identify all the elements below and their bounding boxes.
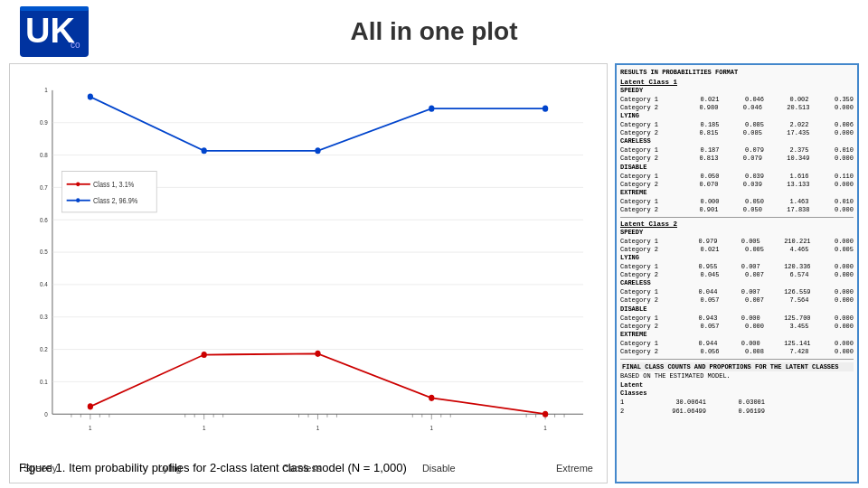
svg-point-41 — [88, 93, 93, 99]
svg-text:0.1: 0.1 — [40, 378, 48, 384]
label-disable: Disable — [422, 463, 456, 474]
stats-final-subtitle: BASED ON THE ESTIMATED MODEL. — [620, 372, 854, 380]
svg-text:Class 1, 3.1%: Class 1, 3.1% — [93, 181, 134, 190]
stats-lying-label: LYING — [620, 112, 854, 119]
svg-text:0: 0 — [44, 410, 48, 417]
svg-text:Class 2, 96.9%: Class 2, 96.9% — [93, 197, 137, 206]
svg-text:0.6: 0.6 — [40, 216, 48, 222]
svg-point-39 — [429, 395, 434, 401]
stats-c2-careless-label: CARELESS — [620, 279, 854, 286]
latent-class-2-title: Latent Class 2 — [620, 221, 854, 228]
svg-text:UK: UK — [25, 12, 75, 50]
svg-text:0.4: 0.4 — [40, 281, 48, 287]
page-header: UK co All in one plot — [0, 0, 868, 63]
stats-speedy-cat1: Category 1 0.0210.0460.0020.359 — [620, 96, 854, 104]
svg-point-51 — [76, 198, 80, 202]
stats-c2-extreme-label: EXTREME — [620, 331, 854, 338]
stats-c2-speedy-label: SPEEDY — [620, 229, 854, 236]
stats-c2-disable-cat1: Category 1 0.9430.000125.7000.000 — [620, 314, 854, 323]
stats-careless-cat2: Category 2 0.8130.07910.3490.000 — [620, 155, 854, 163]
svg-text:co: co — [71, 40, 80, 50]
label-careless: Careless — [282, 463, 321, 474]
svg-point-45 — [542, 106, 548, 112]
svg-text:1: 1 — [89, 425, 92, 431]
stats-lying-cat2: Category 2 0.8150.08517.4350.000 — [620, 129, 854, 137]
stats-panel: RESULTS IN PROBABILITIES FORMAT Latent C… — [615, 63, 859, 483]
chart-container: 0 0.1 0.2 0.3 0.4 0.5 0.6 0.7 0.8 0.9 1 … — [14, 69, 602, 457]
label-extreme: Extreme — [556, 463, 593, 474]
chart-x-labels: Speedy Lying Careless Disable Extreme — [14, 461, 602, 475]
university-logo: UK co — [18, 5, 99, 63]
stats-extreme-label: EXTREME — [620, 189, 854, 196]
svg-text:1: 1 — [430, 425, 434, 431]
stats-final-title: FINAL CLASS COUNTS AND PROPORTIONS FOR T… — [620, 362, 854, 371]
svg-point-44 — [429, 106, 434, 112]
stats-c2-lying-cat1: Category 1 0.9550.007120.3360.000 — [620, 263, 854, 271]
svg-text:0.5: 0.5 — [40, 249, 48, 255]
stats-careless-label: CARELESS — [620, 137, 854, 145]
stats-c2-careless-cat2: Category 2 0.0570.0077.5640.000 — [620, 296, 854, 305]
svg-text:0.3: 0.3 — [40, 314, 48, 320]
svg-text:1: 1 — [543, 425, 547, 431]
stats-header-title: RESULTS IN PROBABILITIES FORMAT — [620, 69, 854, 76]
label-lying: Lying — [158, 463, 182, 474]
stats-c2-lying-label: LYING — [620, 254, 854, 261]
stats-final-header: Latent — [620, 381, 854, 389]
svg-point-43 — [315, 147, 320, 154]
stats-c2-speedy-cat1: Category 1 0.9790.005210.2210.000 — [620, 238, 854, 246]
stats-c2-lying-cat2: Category 2 0.0450.0076.5740.000 — [620, 271, 854, 279]
svg-text:0.8: 0.8 — [40, 152, 48, 158]
svg-point-40 — [542, 411, 548, 418]
svg-point-48 — [76, 182, 80, 186]
page-title: All in one plot — [350, 17, 517, 46]
stats-divider-1 — [620, 217, 854, 218]
svg-point-36 — [88, 403, 93, 409]
stats-c2-speedy-cat2: Category 2 0.0210.0054.4650.005 — [620, 246, 854, 254]
svg-text:1: 1 — [316, 425, 320, 431]
stats-c2-extreme-cat1: Category 1 0.9440.000125.1410.000 — [620, 340, 854, 348]
stats-c2-extreme-cat2: Category 2 0.0560.0087.4280.000 — [620, 348, 854, 356]
svg-point-37 — [202, 352, 207, 358]
stats-extreme-cat1: Category 1 0.0000.0501.4630.010 — [620, 198, 854, 206]
stats-speedy-cat2: Category 2 0.9800.04620.5130.000 — [620, 104, 854, 112]
stats-speedy-label: SPEEDY — [620, 87, 854, 94]
svg-text:0.9: 0.9 — [40, 119, 48, 126]
svg-rect-3 — [20, 6, 89, 11]
stats-extreme-cat2: Category 2 0.9010.05017.8380.000 — [620, 206, 854, 214]
stats-c2-disable-cat2: Category 2 0.0570.0003.4550.000 — [620, 323, 854, 331]
stats-c2-disable-label: DISABLE — [620, 305, 854, 313]
chart-area: 0 0.1 0.2 0.3 0.4 0.5 0.6 0.7 0.8 0.9 1 … — [9, 63, 608, 483]
stats-final-row-1: 1 30.00641 0.03001 — [620, 399, 854, 408]
stats-disable-label: DISABLE — [620, 164, 854, 171]
svg-text:0.2: 0.2 — [40, 346, 48, 352]
svg-text:1: 1 — [44, 87, 48, 93]
latent-class-1-title: Latent Class 1 — [620, 79, 854, 86]
stats-divider-2 — [620, 359, 854, 360]
stats-lying-cat1: Category 1 0.1850.0852.0220.006 — [620, 121, 854, 129]
stats-disable-cat2: Category 2 0.0700.03913.1330.000 — [620, 181, 854, 189]
stats-c2-careless-cat1: Category 1 0.0440.007126.5590.000 — [620, 288, 854, 296]
stats-careless-cat1: Category 1 0.1870.0792.3750.010 — [620, 146, 854, 155]
svg-point-38 — [315, 351, 320, 357]
stats-disable-cat1: Category 1 0.0500.0391.6160.110 — [620, 173, 854, 181]
stats-final-row-2: 2 961.06499 0.96199 — [620, 408, 854, 417]
svg-text:1: 1 — [203, 425, 206, 431]
main-content: 0 0.1 0.2 0.3 0.4 0.5 0.6 0.7 0.8 0.9 1 … — [0, 63, 868, 488]
svg-text:0.7: 0.7 — [40, 183, 48, 190]
stats-final-classes-label: Classes — [620, 389, 854, 397]
label-speedy: Speedy — [24, 463, 57, 474]
svg-rect-46 — [61, 171, 156, 211]
svg-point-42 — [202, 147, 207, 154]
